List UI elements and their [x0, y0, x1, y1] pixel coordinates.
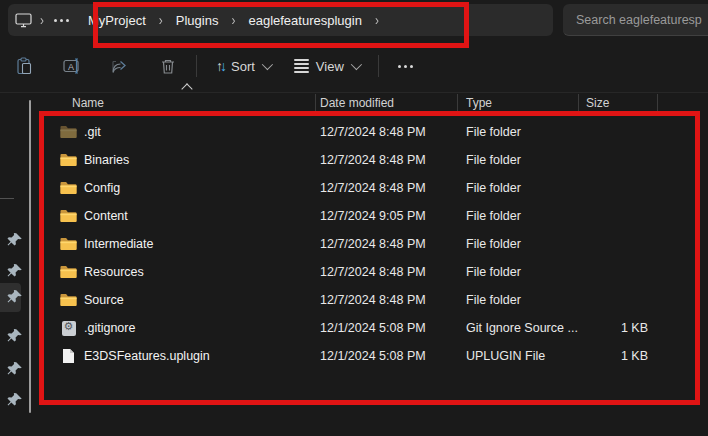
svg-text:A: A: [68, 62, 74, 72]
delete-button[interactable]: [150, 48, 186, 84]
file-type: File folder: [457, 181, 578, 195]
view-label: View: [316, 59, 344, 74]
file-row[interactable]: .git 12/7/2024 8:48 PM File folder: [40, 118, 708, 146]
file-icon: [60, 348, 77, 364]
sort-button[interactable]: ↑↓ Sort: [207, 48, 279, 84]
folder-icon: [60, 236, 77, 252]
file-row[interactable]: Content 12/7/2024 9:05 PM File folder: [40, 202, 708, 230]
gear-file-icon: ⚙: [60, 320, 77, 336]
file-name[interactable]: Resources: [84, 265, 144, 279]
folder-icon: [60, 208, 77, 224]
this-pc-icon[interactable]: [8, 6, 38, 34]
search-input[interactable]: [563, 4, 708, 35]
search-box[interactable]: [563, 4, 708, 36]
file-name[interactable]: .git: [84, 125, 101, 139]
file-date-modified: 12/1/2024 5:08 PM: [315, 349, 457, 363]
rename-icon: A: [63, 58, 82, 74]
file-size: 1 KB: [578, 349, 657, 363]
view-icon: [294, 59, 309, 73]
column-divider[interactable]: [578, 94, 579, 111]
file-type: UPLUGIN File: [457, 349, 578, 363]
pin-icon[interactable]: [7, 263, 24, 280]
view-button[interactable]: View: [285, 48, 368, 84]
column-header-date-modified[interactable]: Date modified: [320, 96, 394, 110]
chevron-right-icon[interactable]: ›: [157, 12, 165, 28]
folder-icon: [60, 153, 77, 167]
chevron-down-icon: [351, 59, 362, 70]
file-name[interactable]: Intermediate: [84, 237, 153, 251]
chevron-right-icon[interactable]: ›: [229, 12, 237, 28]
file-date-modified: 12/7/2024 9:05 PM: [315, 209, 457, 223]
toolbar-separator: [378, 55, 379, 77]
breadcrumb-item[interactable]: MyProject: [77, 6, 157, 34]
file-list: .git 12/7/2024 8:48 PM File folder Binar…: [40, 118, 708, 370]
pin-icon[interactable]: [7, 361, 24, 378]
column-header-type[interactable]: Type: [466, 96, 492, 110]
folder-icon: [60, 152, 77, 168]
paste-button[interactable]: [6, 48, 42, 84]
file-row[interactable]: Config 12/7/2024 8:48 PM File folder: [40, 174, 708, 202]
column-divider[interactable]: [315, 94, 316, 111]
file-name[interactable]: .gitignore: [84, 321, 135, 335]
command-bar: A ↑↓ Sort View: [0, 40, 708, 93]
folder-icon: [60, 125, 77, 139]
rename-button[interactable]: A: [54, 48, 90, 84]
file-row[interactable]: ⚙ .gitignore 12/1/2024 5:08 PM Git Ignor…: [40, 314, 708, 342]
file-type: File folder: [457, 125, 578, 139]
ellipsis-icon: [46, 19, 77, 22]
chevron-down-icon: [262, 59, 273, 70]
file-type: File folder: [457, 209, 578, 223]
paste-icon: [16, 57, 33, 75]
pin-icon[interactable]: [7, 392, 24, 409]
folder-icon: [60, 237, 77, 251]
file-name[interactable]: Content: [84, 209, 128, 223]
address-bar[interactable]: › MyProject›Plugins›eaglefeaturesplugin›: [8, 4, 553, 36]
column-header-name[interactable]: Name: [72, 96, 104, 110]
nav-pane-scrollbar[interactable]: [29, 100, 31, 413]
sort-label: Sort: [231, 59, 255, 74]
file-row[interactable]: Source 12/7/2024 8:48 PM File folder: [40, 286, 708, 314]
pin-icon[interactable]: [7, 232, 24, 249]
file-row[interactable]: Binaries 12/7/2024 8:48 PM File folder: [40, 146, 708, 174]
breadcrumb-item[interactable]: Plugins: [165, 6, 230, 34]
file-size: 1 KB: [578, 321, 657, 335]
file-date-modified: 12/7/2024 8:48 PM: [315, 237, 457, 251]
file-name[interactable]: Source: [84, 293, 124, 307]
gitignore-file-icon: ⚙: [62, 321, 76, 336]
file-date-modified: 12/7/2024 8:48 PM: [315, 153, 457, 167]
file-name[interactable]: Config: [84, 181, 120, 195]
pin-icon[interactable]: [7, 289, 24, 306]
folder-icon: [60, 264, 77, 280]
file-row[interactable]: Intermediate 12/7/2024 8:48 PM File fold…: [40, 230, 708, 258]
file-date-modified: 12/1/2024 5:08 PM: [315, 321, 457, 335]
pin-icon[interactable]: [7, 328, 24, 345]
sort-icon: ↑↓: [216, 58, 224, 74]
file-row[interactable]: E3DSFeatures.uplugin 12/1/2024 5:08 PM U…: [40, 342, 708, 370]
more-icon: [390, 65, 421, 68]
address-toolbar: › MyProject›Plugins›eaglefeaturesplugin›: [0, 0, 708, 40]
folder-icon: [60, 181, 77, 195]
nav-pane-divider: [0, 198, 14, 199]
breadcrumb-item[interactable]: eaglefeaturesplugin: [237, 6, 372, 34]
file-date-modified: 12/7/2024 8:48 PM: [315, 265, 457, 279]
file-date-modified: 12/7/2024 8:48 PM: [315, 125, 457, 139]
file-date-modified: 12/7/2024 8:48 PM: [315, 181, 457, 195]
folder-icon: [60, 293, 77, 307]
collapsed-path-button[interactable]: [46, 6, 77, 34]
see-more-button[interactable]: [389, 48, 423, 84]
chevron-right-icon[interactable]: ›: [373, 12, 381, 28]
file-type: File folder: [457, 237, 578, 251]
share-icon: [111, 58, 129, 75]
file-row[interactable]: Resources 12/7/2024 8:48 PM File folder: [40, 258, 708, 286]
file-type: Git Ignore Source ...: [457, 321, 578, 335]
folder-icon: [60, 292, 77, 308]
column-header-size[interactable]: Size: [586, 96, 609, 110]
column-divider[interactable]: [457, 94, 458, 111]
column-divider[interactable]: [657, 94, 658, 111]
file-name[interactable]: Binaries: [84, 153, 129, 167]
chevron-right-icon: ›: [38, 12, 46, 28]
share-button[interactable]: [102, 48, 138, 84]
column-header-row: Name Date modified Type Size: [40, 92, 708, 114]
file-name[interactable]: E3DSFeatures.uplugin: [84, 349, 210, 363]
folder-icon: [60, 265, 77, 279]
